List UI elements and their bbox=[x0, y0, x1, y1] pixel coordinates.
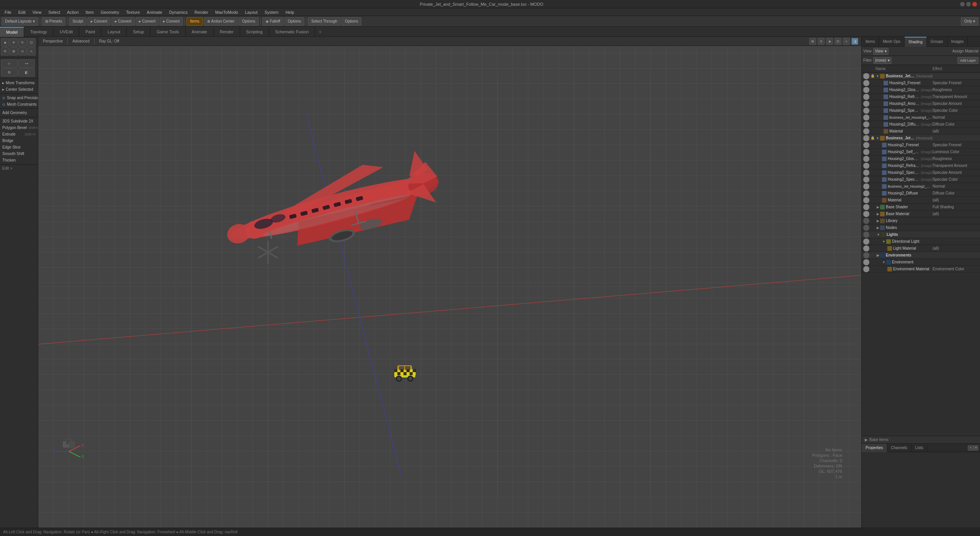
st-item-h2s3[interactable]: Housing2_Specular (image) Specular Color bbox=[862, 176, 980, 183]
st-item-h2-self-illum[interactable]: Housing2_Self_Illum (image) Luminous Col… bbox=[862, 149, 980, 155]
expand-icon[interactable]: ▼ bbox=[882, 240, 885, 243]
menu-dynamics[interactable]: Dynamics bbox=[166, 9, 191, 15]
st-item-housing2-mat[interactable]: 🔒 ▼ Business_Jet_Housing2_MAT (Textured) bbox=[862, 135, 980, 142]
st-item-h2-diffuse2[interactable]: Housing2_Diffuse Diffuse Color bbox=[862, 190, 980, 197]
extra-btn-4[interactable]: ◧ bbox=[18, 68, 35, 77]
tab-gametools[interactable]: Game Tools bbox=[150, 27, 186, 37]
st-item-environment[interactable]: ▼ Environment bbox=[862, 259, 980, 266]
expand-icon[interactable]: ▶ bbox=[877, 219, 879, 223]
vp-icon-1[interactable]: ⊞ bbox=[809, 38, 816, 45]
st-item-h2-material[interactable]: Material (all) bbox=[862, 197, 980, 204]
vp-icon-3[interactable]: ◈ bbox=[826, 38, 833, 45]
tab-scripting[interactable]: Scripting bbox=[240, 27, 269, 37]
vp-icon-4[interactable]: ⊡ bbox=[835, 38, 841, 45]
expand-icon[interactable]: ▼ bbox=[882, 260, 885, 264]
vis-icon[interactable] bbox=[863, 94, 869, 100]
st-item-env-material[interactable]: Environment Material Environment Color bbox=[862, 266, 980, 273]
menu-texture[interactable]: Texture bbox=[123, 9, 143, 15]
rp-tab-mesh-ops[interactable]: Mesh Ops bbox=[879, 37, 905, 47]
st-item-h2-glossiness[interactable]: Housing2_Glossiness (image) Roughness bbox=[862, 87, 980, 93]
only-btn[interactable]: Only ▾ bbox=[961, 17, 978, 26]
st-item-h2g2[interactable]: Housing2_Glossiness (image) Roughness bbox=[862, 155, 980, 162]
convert-btn-1[interactable]: ▸Convert bbox=[87, 17, 111, 26]
center-selected-btn[interactable]: ▸ Center Selected bbox=[0, 86, 38, 93]
st-item-h2r2[interactable]: Housing2_Refraction (image) Transparent … bbox=[862, 162, 980, 169]
st-item-h2-bump[interactable]: Business_Jet_Housing2_MAT_bump_baked Nor… bbox=[862, 183, 980, 190]
vp-icon-2[interactable]: ⊙ bbox=[818, 38, 825, 45]
filter-dropdown[interactable]: (none) ▾ bbox=[873, 57, 892, 64]
rotate-tool-btn[interactable]: ↻ bbox=[18, 38, 27, 47]
convert-btn-2[interactable]: ▸Convert bbox=[111, 17, 135, 26]
st-section-environments[interactable]: ▶ Environments bbox=[862, 252, 980, 259]
st-item-nodes[interactable]: ▶ Nodes bbox=[862, 224, 980, 231]
bake-items-btn[interactable]: ▶ Bake Items bbox=[862, 436, 980, 443]
vis-icon[interactable] bbox=[863, 259, 869, 265]
expand-icon[interactable]: ▶ bbox=[877, 205, 879, 209]
tab-animate[interactable]: Animate bbox=[186, 27, 214, 37]
options-btn-3[interactable]: Options bbox=[341, 17, 361, 26]
vis-icon[interactable] bbox=[863, 128, 869, 134]
view-dropdown[interactable]: View ▾ bbox=[873, 48, 889, 55]
convert-btn-4[interactable]: ▸Convert bbox=[160, 17, 183, 26]
vis-icon[interactable] bbox=[863, 211, 869, 217]
scale-tool-btn[interactable]: ⊡ bbox=[27, 38, 36, 47]
tool-extrude[interactable]: Extrude Shift+X bbox=[0, 131, 38, 137]
viewport-canvas[interactable]: No Items Polygons : Face Channels: 0 Def… bbox=[38, 46, 861, 528]
vis-icon[interactable] bbox=[863, 225, 869, 231]
expand-icon[interactable]: ▶ bbox=[877, 226, 879, 230]
action-center-btn[interactable]: ⊕Action Center bbox=[204, 17, 238, 26]
tab-schematic[interactable]: Schematic Fusion bbox=[269, 27, 315, 37]
vis-icon[interactable] bbox=[863, 170, 869, 176]
vis-icon[interactable] bbox=[863, 101, 869, 107]
menu-action[interactable]: Action bbox=[64, 9, 82, 15]
extra-btn-1[interactable]: ⊹ bbox=[1, 59, 18, 68]
vis-icon[interactable] bbox=[863, 190, 869, 196]
brp-tab-lists[interactable]: Lists bbox=[911, 444, 928, 452]
st-item-h2-refraction[interactable]: Housing2_Refraction (image) Transparent … bbox=[862, 93, 980, 100]
st-item-h2-fresnel[interactable]: Housing2_Fresnel Specular Fresnel bbox=[862, 142, 980, 149]
perspective-btn[interactable]: Perspective bbox=[41, 38, 64, 44]
st-item-h3-material[interactable]: Material (all) bbox=[862, 128, 980, 135]
advanced-btn[interactable]: Advanced bbox=[71, 38, 91, 44]
menu-render[interactable]: Render bbox=[191, 9, 211, 15]
st-section-lights[interactable]: ▼ Lights bbox=[862, 231, 980, 238]
vis-icon[interactable] bbox=[863, 239, 869, 245]
shader-tree[interactable]: 🔒 ▼ Business_Jet_Housing3_MAT (Textured) bbox=[862, 73, 980, 436]
vis-icon[interactable] bbox=[863, 197, 869, 203]
rp-tab-shading[interactable]: Shading bbox=[905, 37, 927, 47]
vis-icon[interactable] bbox=[863, 204, 869, 210]
vis-icon[interactable] bbox=[863, 149, 869, 155]
tool-thicken[interactable]: Thicken bbox=[0, 157, 38, 163]
tool-3ds-subdivide[interactable]: 3DS Subdivide 2X bbox=[0, 118, 38, 124]
add-geometry-btn[interactable]: Add Geometry bbox=[0, 109, 38, 116]
expand-icon[interactable]: ▼ bbox=[876, 74, 879, 78]
tab-paint[interactable]: Paint bbox=[79, 27, 101, 37]
st-item-library[interactable]: ▶ Library bbox=[862, 217, 980, 224]
vis-icon[interactable] bbox=[863, 135, 869, 141]
convert-btn-3[interactable]: ▸Convert bbox=[136, 17, 159, 26]
move-tool-btn[interactable]: ✛ bbox=[10, 38, 18, 47]
st-item-h3-fresnel[interactable]: Housing3_Fresnel Specular Fresnel bbox=[862, 80, 980, 87]
vp-icon-5[interactable]: ⊹ bbox=[843, 38, 850, 45]
sculpt-btn[interactable]: Sculpt bbox=[69, 17, 87, 26]
menu-help[interactable]: Help bbox=[283, 9, 297, 15]
menu-select[interactable]: Select bbox=[45, 9, 63, 15]
vis-icon[interactable] bbox=[863, 87, 869, 93]
brp-close-btn[interactable]: ✕ bbox=[973, 445, 978, 451]
vis-icon[interactable] bbox=[863, 183, 869, 190]
minimize-btn[interactable] bbox=[960, 2, 965, 7]
close-btn[interactable] bbox=[972, 2, 977, 7]
vis-icon[interactable] bbox=[863, 176, 869, 183]
vis-icon[interactable] bbox=[863, 73, 869, 79]
falloff-btn[interactable]: ◈Falloff bbox=[262, 17, 284, 26]
tool-polygon-bevel[interactable]: Polygon Bevel Shift+B bbox=[0, 124, 38, 131]
st-item-h2-diffuse[interactable]: Housing2_Diffuse (image) Diffuse Color bbox=[862, 121, 980, 128]
tab-setup[interactable]: Setup bbox=[127, 27, 150, 37]
expand-icon[interactable]: ▶ bbox=[877, 253, 879, 257]
menu-geometry[interactable]: Geometry bbox=[98, 9, 122, 15]
st-item-housing3-mat[interactable]: 🔒 ▼ Business_Jet_Housing3_MAT (Textured) bbox=[862, 73, 980, 80]
tab-uvedit[interactable]: UVEdit bbox=[54, 27, 79, 37]
tab-layout[interactable]: Layout bbox=[101, 27, 127, 37]
vp-icon-6[interactable]: ◨ bbox=[851, 38, 858, 45]
brp-expand-btn[interactable]: + bbox=[968, 445, 973, 451]
